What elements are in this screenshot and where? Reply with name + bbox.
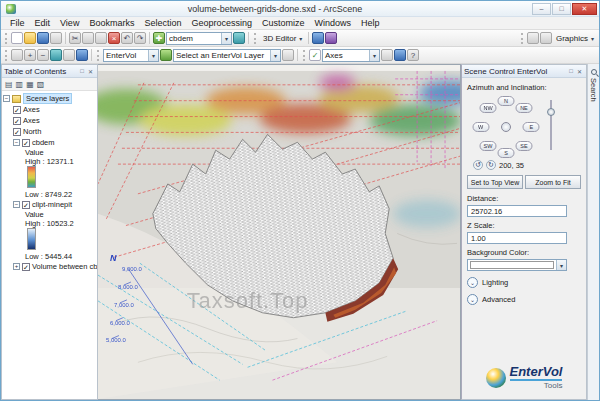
list-by-visibility-icon[interactable]: ▦ [26, 80, 34, 89]
list-by-drawing-order-icon[interactable]: ▤ [5, 80, 13, 89]
chevron-down-icon[interactable]: ⌄ [467, 277, 478, 288]
zoom-out-icon[interactable]: − [37, 49, 49, 61]
open-folder-icon[interactable] [24, 32, 36, 44]
check-icon[interactable]: ✓ [309, 49, 321, 61]
toolbar-grip[interactable] [5, 33, 8, 44]
zscale-input[interactable]: 1.00 [467, 232, 567, 244]
set-top-view-button[interactable]: Set to Top View [467, 175, 523, 189]
tree-item-axes-2[interactable]: Axes [3, 115, 96, 126]
lighting-section[interactable]: ⌄ Lighting [467, 277, 581, 288]
menu-windows[interactable]: Windows [310, 18, 357, 28]
graphics-dropdown[interactable]: Graphics [553, 32, 597, 45]
compass-se-button[interactable]: SE [515, 141, 532, 151]
collapse-icon[interactable]: − [13, 201, 20, 208]
full-extent-icon[interactable] [50, 49, 62, 61]
identify-icon[interactable] [76, 49, 88, 61]
menu-edit[interactable]: Edit [30, 18, 56, 28]
tree-item-clipt-minepit[interactable]: − clipt-minepit [3, 199, 96, 210]
paste-icon[interactable] [95, 32, 107, 44]
entervol-combo[interactable]: EnterVol ▾ [103, 49, 159, 62]
background-color-select[interactable]: ▾ [467, 259, 567, 271]
cut-icon[interactable]: ✂ [69, 32, 81, 44]
expand-icon[interactable]: + [13, 263, 20, 270]
tree-item-north[interactable]: North [3, 126, 96, 137]
layer-label[interactable]: Axes [23, 105, 40, 114]
list-by-selection-icon[interactable]: ▧ [37, 80, 45, 89]
tree-item-volume-between[interactable]: + Volume between cbdem a [3, 261, 96, 272]
visibility-checkbox[interactable] [13, 117, 21, 125]
help-icon[interactable]: ? [407, 49, 419, 61]
zoom-to-fit-button[interactable]: Zoom to Fit [525, 175, 581, 189]
visibility-checkbox[interactable] [22, 139, 30, 147]
panel-options-icon[interactable]: □ [78, 68, 86, 74]
menu-bookmarks[interactable]: Bookmarks [84, 18, 139, 28]
visibility-checkbox[interactable] [13, 106, 21, 114]
draw-point-icon[interactable] [527, 32, 539, 44]
layer-label[interactable]: North [23, 127, 41, 136]
visibility-checkbox[interactable] [22, 201, 30, 209]
delete-icon[interactable]: × [108, 32, 120, 44]
slider-handle[interactable] [547, 108, 555, 116]
layer-combo[interactable]: cbdem ▾ [166, 32, 232, 45]
toolbar-grip[interactable] [521, 33, 524, 44]
layer-label[interactable]: cbdem [32, 138, 55, 147]
distance-input[interactable]: 25702.16 [467, 205, 567, 217]
visibility-checkbox[interactable] [22, 263, 30, 271]
layer-label[interactable]: Volume between cbdem a [32, 262, 97, 271]
scene-layers-label[interactable]: Scene layers [23, 93, 72, 104]
zoom-in-icon[interactable]: + [24, 49, 36, 61]
advanced-section[interactable]: ⌄ Advanced [467, 294, 581, 305]
axes-combo[interactable]: Axes ▾ [322, 49, 380, 62]
visibility-checkbox[interactable] [13, 128, 21, 136]
toolbar-grip[interactable] [97, 50, 100, 61]
entervol-tool-icon[interactable] [160, 49, 172, 61]
pan-icon[interactable] [63, 49, 75, 61]
inclination-slider[interactable] [545, 96, 557, 154]
toolbar-grip[interactable] [303, 50, 306, 61]
save-icon[interactable] [37, 32, 49, 44]
chevron-down-icon[interactable]: ▾ [270, 50, 280, 61]
launch-tool-icon[interactable] [282, 49, 294, 61]
tree-item-axes-1[interactable]: Axes [3, 104, 96, 115]
compass-center[interactable] [501, 122, 511, 132]
close-icon[interactable]: ✕ [575, 68, 584, 75]
navigate-icon[interactable] [11, 49, 23, 61]
toolbar-grip[interactable] [254, 33, 257, 44]
chevron-down-icon[interactable]: ▾ [556, 260, 566, 270]
menu-customize[interactable]: Customize [257, 18, 310, 28]
compass-s-button[interactable]: S [498, 148, 515, 158]
print-icon[interactable] [50, 32, 62, 44]
list-by-source-icon[interactable]: ▥ [16, 80, 24, 89]
layer-label[interactable]: clipt-minepit [32, 200, 72, 209]
menu-file[interactable]: File [5, 18, 30, 28]
chevron-down-icon[interactable]: ⌄ [467, 294, 478, 305]
redo-icon[interactable]: ↷ [134, 32, 146, 44]
search-side-tab[interactable]: Search [587, 64, 599, 400]
close-button[interactable]: ✕ [572, 3, 597, 15]
minimize-button[interactable]: – [532, 3, 551, 15]
tree-item-cbdem[interactable]: − cbdem [3, 137, 96, 148]
collapse-icon[interactable]: − [3, 95, 10, 102]
compass-nw-button[interactable]: NW [480, 103, 497, 113]
toolbar-grip[interactable] [5, 50, 8, 61]
add-data-icon[interactable]: ✚ [153, 32, 165, 44]
zoom-layer-icon[interactable] [233, 32, 245, 44]
menu-view[interactable]: View [55, 18, 84, 28]
chevron-down-icon[interactable]: ▾ [148, 50, 158, 61]
compass-w-button[interactable]: W [472, 122, 489, 132]
draw-line-icon[interactable] [540, 32, 552, 44]
compass-e-button[interactable]: E [523, 122, 540, 132]
settings-icon[interactable] [394, 49, 406, 61]
menu-geoprocessing[interactable]: Geoprocessing [186, 18, 257, 28]
compass-sw-button[interactable]: SW [480, 141, 497, 151]
search-tab-label[interactable]: Search [589, 78, 598, 102]
compass-n-button[interactable]: N [498, 96, 515, 106]
3d-editor-dropdown[interactable]: 3D Editor [260, 32, 305, 45]
chevron-down-icon[interactable]: ▾ [221, 33, 231, 44]
close-icon[interactable]: ✕ [86, 68, 95, 75]
entervol-layer-select[interactable]: Select an EnterVol Layer ▾ [173, 49, 281, 62]
maximize-button[interactable]: □ [552, 3, 571, 15]
refresh-scene-icon[interactable] [381, 49, 393, 61]
animation-icon[interactable] [325, 32, 337, 44]
3d-scene-view[interactable]: 9,000.0 8,000.0 7,000.0 6,000.0 5,000.0 … [98, 64, 461, 400]
